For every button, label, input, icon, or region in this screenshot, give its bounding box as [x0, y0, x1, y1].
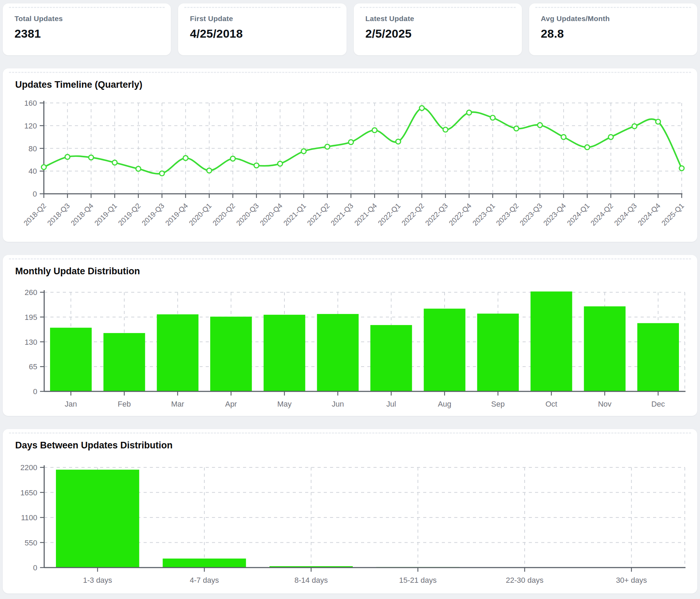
- svg-text:2022-Q4: 2022-Q4: [447, 201, 473, 227]
- svg-text:2024-Q4: 2024-Q4: [636, 201, 662, 227]
- svg-text:0: 0: [33, 563, 37, 572]
- stat-card-total-updates: Total Updates 2381: [3, 3, 171, 55]
- svg-text:2024-Q1: 2024-Q1: [565, 202, 591, 227]
- svg-text:2019-Q4: 2019-Q4: [164, 201, 189, 227]
- svg-text:Nov: Nov: [598, 400, 611, 408]
- stat-value: 4/25/2018: [190, 27, 334, 40]
- svg-text:120: 120: [24, 122, 37, 130]
- svg-text:Jul: Jul: [386, 400, 396, 408]
- svg-text:1650: 1650: [20, 488, 37, 497]
- svg-text:130: 130: [25, 338, 37, 346]
- svg-text:2200: 2200: [20, 463, 37, 472]
- svg-text:2021-Q1: 2021-Q1: [282, 202, 308, 227]
- svg-text:550: 550: [25, 539, 37, 547]
- svg-text:160: 160: [24, 99, 37, 107]
- stat-value: 2381: [14, 27, 159, 40]
- svg-text:80: 80: [29, 144, 37, 153]
- svg-text:1-3 days: 1-3 days: [83, 576, 112, 584]
- days-between-chart-canvas[interactable]: 05501100165022001-3 days4-7 days8-14 day…: [3, 429, 697, 593]
- stat-value: 2/5/2025: [366, 27, 510, 40]
- svg-text:260: 260: [25, 288, 37, 297]
- svg-text:30+ days: 30+ days: [616, 576, 647, 584]
- svg-text:2019-Q2: 2019-Q2: [117, 202, 142, 227]
- updates-timeline-chart-canvas[interactable]: 040801201602018-Q22018-Q32018-Q42019-Q12…: [3, 68, 697, 242]
- svg-text:0: 0: [33, 387, 37, 396]
- updates-timeline-card: Updates Timeline (Quarterly) 04080120160…: [3, 68, 697, 242]
- svg-text:2021-Q3: 2021-Q3: [329, 202, 355, 227]
- stat-label: Avg Updates/Month: [541, 15, 686, 23]
- svg-text:2020-Q3: 2020-Q3: [235, 202, 260, 227]
- svg-text:2020-Q2: 2020-Q2: [211, 202, 236, 227]
- stat-label: Latest Update: [366, 15, 510, 23]
- svg-text:2020-Q1: 2020-Q1: [187, 202, 213, 227]
- dashboard-page: Total Updates 2381 First Update 4/25/201…: [0, 0, 700, 599]
- svg-text:2018-Q4: 2018-Q4: [69, 201, 95, 227]
- svg-text:2023-Q3: 2023-Q3: [518, 202, 544, 227]
- svg-text:195: 195: [25, 313, 37, 322]
- chart-title-days-between: Days Between Updates Distribution: [15, 440, 173, 451]
- svg-text:65: 65: [29, 362, 37, 371]
- svg-text:2019-Q3: 2019-Q3: [140, 202, 166, 227]
- svg-text:1100: 1100: [21, 513, 37, 522]
- svg-text:Mar: Mar: [171, 400, 184, 408]
- stat-card-latest-update: Latest Update 2/5/2025: [354, 3, 522, 55]
- svg-text:2021-Q4: 2021-Q4: [353, 201, 378, 227]
- svg-text:22-30 days: 22-30 days: [506, 576, 544, 584]
- svg-text:2019-Q1: 2019-Q1: [93, 202, 118, 227]
- svg-text:2022-Q2: 2022-Q2: [400, 202, 426, 227]
- svg-text:2018-Q3: 2018-Q3: [46, 202, 71, 227]
- monthly-distribution-chart-canvas[interactable]: 065130195260JanFebMarAprMayJunJulAugSepO…: [3, 255, 697, 416]
- svg-text:0: 0: [33, 190, 37, 198]
- stat-value: 28.8: [541, 27, 686, 40]
- svg-text:Dec: Dec: [651, 400, 665, 408]
- stat-label: First Update: [190, 15, 334, 23]
- stats-row: Total Updates 2381 First Update 4/25/201…: [3, 3, 697, 55]
- chart-title-monthly-distribution: Monthly Update Distribution: [15, 266, 140, 277]
- svg-text:2025-Q1: 2025-Q1: [660, 202, 686, 227]
- svg-text:2018-Q2: 2018-Q2: [22, 202, 48, 227]
- svg-text:2022-Q3: 2022-Q3: [424, 202, 449, 227]
- days-between-updates-card: Days Between Updates Distribution 055011…: [3, 429, 697, 593]
- svg-text:15-21 days: 15-21 days: [399, 576, 437, 584]
- svg-text:2020-Q4: 2020-Q4: [258, 201, 284, 227]
- svg-text:40: 40: [29, 167, 37, 175]
- svg-text:2023-Q2: 2023-Q2: [495, 202, 520, 227]
- svg-text:4-7 days: 4-7 days: [190, 576, 219, 584]
- svg-text:Feb: Feb: [118, 400, 131, 408]
- svg-text:Sep: Sep: [491, 400, 505, 408]
- svg-text:Oct: Oct: [545, 400, 557, 408]
- chart-title-updates-timeline: Updates Timeline (Quarterly): [15, 79, 143, 90]
- svg-text:2022-Q1: 2022-Q1: [376, 202, 402, 227]
- svg-text:May: May: [277, 400, 292, 408]
- svg-text:2023-Q1: 2023-Q1: [471, 202, 496, 227]
- svg-text:Apr: Apr: [225, 400, 237, 408]
- svg-text:2023-Q4: 2023-Q4: [542, 201, 567, 227]
- svg-text:Jun: Jun: [332, 400, 344, 408]
- stat-label: Total Updates: [14, 15, 159, 23]
- stat-card-avg-updates-month: Avg Updates/Month 28.8: [529, 3, 697, 55]
- svg-text:2024-Q3: 2024-Q3: [613, 202, 638, 227]
- svg-text:8-14 days: 8-14 days: [294, 576, 328, 584]
- monthly-distribution-card: Monthly Update Distribution 065130195260…: [3, 255, 697, 416]
- svg-text:2024-Q2: 2024-Q2: [589, 202, 614, 227]
- svg-text:2021-Q2: 2021-Q2: [305, 202, 331, 227]
- svg-text:Aug: Aug: [438, 400, 451, 408]
- stat-card-first-update: First Update 4/25/2018: [178, 3, 346, 55]
- svg-text:Jan: Jan: [65, 400, 77, 408]
